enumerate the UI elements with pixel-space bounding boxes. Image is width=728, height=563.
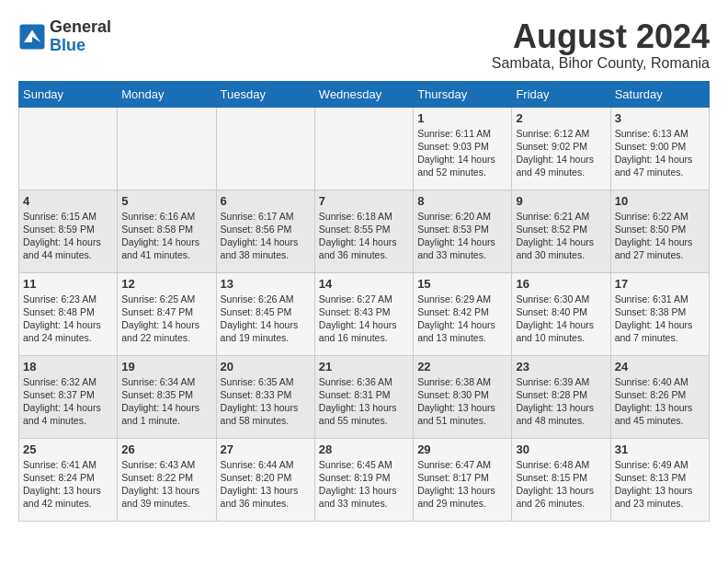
day-info: Sunrise: 6:47 AM Sunset: 8:17 PM Dayligh… [417, 458, 507, 511]
day-cell: 9Sunrise: 6:21 AM Sunset: 8:52 PM Daylig… [512, 190, 610, 272]
day-info: Sunrise: 6:20 AM Sunset: 8:53 PM Dayligh… [417, 210, 507, 262]
day-number: 9 [516, 194, 606, 208]
day-cell: 18Sunrise: 6:32 AM Sunset: 8:37 PM Dayli… [19, 355, 118, 438]
day-cell: 21Sunrise: 6:36 AM Sunset: 8:31 PM Dayli… [314, 355, 413, 438]
day-cell [216, 107, 314, 190]
day-number: 11 [23, 277, 113, 291]
day-number: 5 [121, 194, 211, 208]
logo: General Blue [18, 18, 111, 55]
day-info: Sunrise: 6:16 AM Sunset: 8:58 PM Dayligh… [121, 210, 211, 262]
day-number: 2 [516, 111, 606, 125]
month-year: August 2024 [492, 18, 710, 55]
weekday-header-sunday: Sunday [19, 81, 118, 107]
day-number: 7 [319, 194, 409, 208]
day-number: 31 [615, 442, 705, 456]
day-cell: 31Sunrise: 6:49 AM Sunset: 8:13 PM Dayli… [610, 438, 709, 521]
day-info: Sunrise: 6:43 AM Sunset: 8:22 PM Dayligh… [121, 458, 211, 511]
day-number: 28 [319, 442, 409, 456]
day-info: Sunrise: 6:40 AM Sunset: 8:26 PM Dayligh… [615, 375, 705, 428]
day-cell: 14Sunrise: 6:27 AM Sunset: 8:43 PM Dayli… [314, 272, 413, 355]
location: Sambata, Bihor County, Romania [492, 55, 710, 72]
week-row-3: 11Sunrise: 6:23 AM Sunset: 8:48 PM Dayli… [19, 272, 710, 355]
day-cell: 4Sunrise: 6:15 AM Sunset: 8:59 PM Daylig… [19, 190, 118, 272]
day-number: 30 [516, 442, 606, 456]
day-number: 13 [221, 277, 311, 291]
day-info: Sunrise: 6:39 AM Sunset: 8:28 PM Dayligh… [516, 375, 606, 428]
day-info: Sunrise: 6:15 AM Sunset: 8:59 PM Dayligh… [23, 210, 113, 262]
day-number: 20 [221, 360, 311, 373]
day-number: 27 [221, 442, 311, 456]
day-cell: 26Sunrise: 6:43 AM Sunset: 8:22 PM Dayli… [118, 438, 216, 521]
day-cell: 1Sunrise: 6:11 AM Sunset: 9:03 PM Daylig… [414, 107, 512, 190]
day-number: 26 [121, 442, 211, 456]
day-number: 29 [417, 442, 507, 456]
day-info: Sunrise: 6:49 AM Sunset: 8:13 PM Dayligh… [615, 458, 705, 511]
day-info: Sunrise: 6:48 AM Sunset: 8:15 PM Dayligh… [516, 458, 606, 511]
day-info: Sunrise: 6:21 AM Sunset: 8:52 PM Dayligh… [516, 210, 606, 262]
header: General Blue August 2024 Sambata, Bihor … [18, 18, 710, 72]
day-cell [19, 107, 118, 190]
day-cell: 6Sunrise: 6:17 AM Sunset: 8:56 PM Daylig… [216, 190, 314, 272]
weekday-header-monday: Monday [118, 81, 216, 107]
day-cell: 10Sunrise: 6:22 AM Sunset: 8:50 PM Dayli… [610, 190, 709, 272]
day-info: Sunrise: 6:25 AM Sunset: 8:47 PM Dayligh… [121, 293, 211, 345]
day-number: 21 [319, 360, 409, 373]
day-cell [314, 107, 413, 190]
day-cell: 8Sunrise: 6:20 AM Sunset: 8:53 PM Daylig… [414, 190, 512, 272]
day-number: 8 [417, 194, 507, 208]
calendar: SundayMondayTuesdayWednesdayThursdayFrid… [18, 81, 710, 522]
day-info: Sunrise: 6:26 AM Sunset: 8:45 PM Dayligh… [221, 293, 311, 345]
day-cell: 23Sunrise: 6:39 AM Sunset: 8:28 PM Dayli… [512, 355, 610, 438]
week-row-4: 18Sunrise: 6:32 AM Sunset: 8:37 PM Dayli… [19, 355, 710, 438]
week-row-5: 25Sunrise: 6:41 AM Sunset: 8:24 PM Dayli… [19, 438, 710, 521]
weekday-header-tuesday: Tuesday [216, 81, 314, 107]
day-info: Sunrise: 6:44 AM Sunset: 8:20 PM Dayligh… [221, 458, 311, 511]
day-info: Sunrise: 6:12 AM Sunset: 9:02 PM Dayligh… [516, 127, 606, 179]
day-info: Sunrise: 6:32 AM Sunset: 8:37 PM Dayligh… [23, 375, 113, 428]
day-info: Sunrise: 6:11 AM Sunset: 9:03 PM Dayligh… [417, 127, 507, 179]
day-number: 12 [121, 277, 211, 291]
day-number: 18 [23, 360, 113, 373]
day-cell: 3Sunrise: 6:13 AM Sunset: 9:00 PM Daylig… [610, 107, 709, 190]
day-number: 22 [417, 360, 507, 373]
day-cell: 20Sunrise: 6:35 AM Sunset: 8:33 PM Dayli… [216, 355, 314, 438]
day-cell: 2Sunrise: 6:12 AM Sunset: 9:02 PM Daylig… [512, 107, 610, 190]
day-cell: 22Sunrise: 6:38 AM Sunset: 8:30 PM Dayli… [414, 355, 512, 438]
day-cell: 25Sunrise: 6:41 AM Sunset: 8:24 PM Dayli… [19, 438, 118, 521]
day-number: 19 [121, 360, 211, 373]
day-info: Sunrise: 6:22 AM Sunset: 8:50 PM Dayligh… [615, 210, 705, 262]
day-number: 1 [417, 111, 507, 125]
day-number: 3 [615, 111, 705, 125]
day-number: 14 [319, 277, 409, 291]
weekday-header-saturday: Saturday [610, 81, 709, 107]
weekday-header-friday: Friday [512, 81, 610, 107]
logo-general: General [50, 18, 111, 37]
day-cell: 24Sunrise: 6:40 AM Sunset: 8:26 PM Dayli… [610, 355, 709, 438]
day-info: Sunrise: 6:29 AM Sunset: 8:42 PM Dayligh… [417, 293, 507, 345]
day-info: Sunrise: 6:34 AM Sunset: 8:35 PM Dayligh… [121, 375, 211, 428]
day-info: Sunrise: 6:17 AM Sunset: 8:56 PM Dayligh… [221, 210, 311, 262]
day-cell: 7Sunrise: 6:18 AM Sunset: 8:55 PM Daylig… [314, 190, 413, 272]
day-cell: 11Sunrise: 6:23 AM Sunset: 8:48 PM Dayli… [19, 272, 118, 355]
day-number: 17 [615, 277, 705, 291]
week-row-1: 1Sunrise: 6:11 AM Sunset: 9:03 PM Daylig… [19, 107, 710, 190]
day-info: Sunrise: 6:27 AM Sunset: 8:43 PM Dayligh… [319, 293, 409, 345]
day-cell: 5Sunrise: 6:16 AM Sunset: 8:58 PM Daylig… [118, 190, 216, 272]
day-info: Sunrise: 6:35 AM Sunset: 8:33 PM Dayligh… [221, 375, 311, 428]
logo-icon [18, 23, 46, 51]
day-info: Sunrise: 6:45 AM Sunset: 8:19 PM Dayligh… [319, 458, 409, 511]
day-cell: 12Sunrise: 6:25 AM Sunset: 8:47 PM Dayli… [118, 272, 216, 355]
day-info: Sunrise: 6:36 AM Sunset: 8:31 PM Dayligh… [319, 375, 409, 428]
day-info: Sunrise: 6:23 AM Sunset: 8:48 PM Dayligh… [23, 293, 113, 345]
logo-text: General Blue [50, 18, 111, 55]
day-cell: 27Sunrise: 6:44 AM Sunset: 8:20 PM Dayli… [216, 438, 314, 521]
day-cell: 19Sunrise: 6:34 AM Sunset: 8:35 PM Dayli… [118, 355, 216, 438]
weekday-header-wednesday: Wednesday [314, 81, 413, 107]
day-number: 23 [516, 360, 606, 373]
day-number: 6 [221, 194, 311, 208]
week-row-2: 4Sunrise: 6:15 AM Sunset: 8:59 PM Daylig… [19, 190, 710, 272]
day-info: Sunrise: 6:41 AM Sunset: 8:24 PM Dayligh… [23, 458, 113, 511]
day-info: Sunrise: 6:18 AM Sunset: 8:55 PM Dayligh… [319, 210, 409, 262]
day-info: Sunrise: 6:31 AM Sunset: 8:38 PM Dayligh… [615, 293, 705, 345]
day-info: Sunrise: 6:30 AM Sunset: 8:40 PM Dayligh… [516, 293, 606, 345]
